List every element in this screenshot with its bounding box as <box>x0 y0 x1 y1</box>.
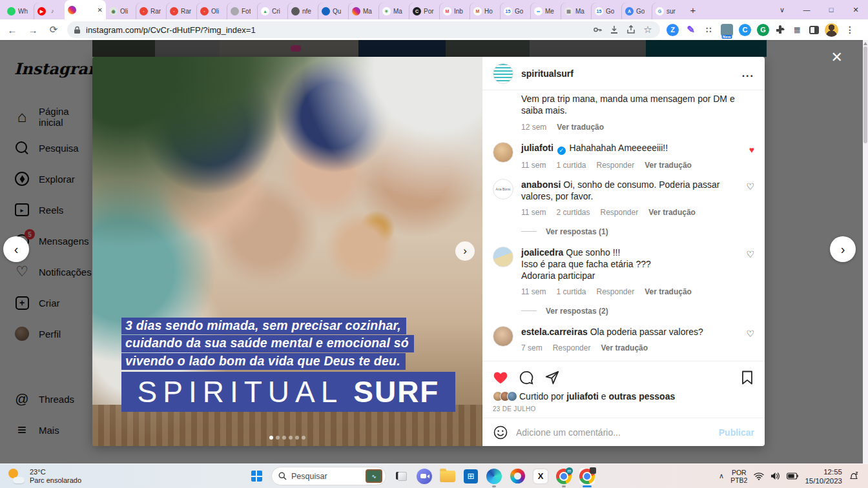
browser-tab[interactable]: Qu <box>318 3 349 19</box>
comment-like-heart-icon[interactable] <box>746 329 754 354</box>
author-username[interactable]: spiritualsurf <box>521 68 574 79</box>
like-heart-icon[interactable] <box>493 370 508 385</box>
browser-tab[interactable]: ◦ Oli <box>197 3 227 19</box>
emoji-icon[interactable] <box>493 425 508 440</box>
profile-avatar[interactable] <box>825 23 838 37</box>
comment-bubble-icon[interactable] <box>519 370 534 385</box>
previous-post-button[interactable]: ‹ <box>3 236 29 262</box>
scrollbar-up-arrow[interactable] <box>863 42 867 45</box>
publish-button[interactable]: Publicar <box>719 427 754 438</box>
browser-tab[interactable]: ◦ Rar <box>167 3 197 19</box>
chrome-profile2-button[interactable]: m <box>555 467 572 485</box>
browser-tab[interactable]: 15 Go <box>592 3 622 19</box>
comment-like-heart-icon[interactable] <box>746 181 754 239</box>
chrome-active-button[interactable] <box>579 467 595 485</box>
view-replies-link[interactable]: Ver respostas (2) <box>521 305 739 317</box>
commenter-username[interactable]: juliafoti <box>521 143 553 153</box>
new-extension-icon[interactable]: New <box>721 24 733 36</box>
comment-translate-link[interactable]: Ver tradução <box>648 207 696 218</box>
browser-tab[interactable]: ▶ ♪ <box>34 3 65 19</box>
browser-tab[interactable]: A Go <box>622 3 652 19</box>
volume-icon[interactable] <box>770 472 780 480</box>
comment-likes[interactable]: 1 curtida <box>556 159 586 171</box>
browser-tab[interactable]: nfe <box>288 3 318 19</box>
browser-tab[interactable]: G sur <box>652 3 683 19</box>
start-button[interactable] <box>248 467 265 485</box>
browser-tab[interactable]: Wh <box>4 3 34 19</box>
carousel-dot[interactable] <box>289 436 293 440</box>
share-plane-icon[interactable] <box>544 370 560 385</box>
comments-scroll-area[interactable]: Vem pra trip mana, manda uma mensagem po… <box>482 90 765 361</box>
address-bar[interactable]: instagram.com/p/CvCr-dHutFP/?img_index=1… <box>67 21 660 38</box>
file-explorer-button[interactable] <box>439 467 456 485</box>
commenter-username[interactable]: estela.carreiras <box>521 327 588 337</box>
back-button[interactable]: ← <box>4 21 21 38</box>
comment-translate-link[interactable]: Ver tradução <box>645 159 692 171</box>
browser-tab[interactable]: 15 Go <box>501 3 531 19</box>
commenter-avatar[interactable] <box>493 326 513 347</box>
comment-like-heart-icon[interactable] <box>746 249 754 318</box>
reload-button[interactable]: ⟳ <box>45 21 62 38</box>
browser-tab[interactable]: C Por <box>409 3 440 19</box>
clock[interactable]: 12:55 15/10/2023 <box>805 467 842 485</box>
window-maximize-button[interactable]: □ <box>819 0 843 19</box>
window-close-button[interactable]: ✕ <box>843 0 868 19</box>
language-indicator[interactable]: POR PTB2 <box>730 469 747 484</box>
capcut-button[interactable]: X <box>532 467 549 485</box>
grammarly-extension-icon[interactable]: G <box>757 24 769 36</box>
microsoft-store-button[interactable]: ⊞ <box>462 467 479 485</box>
office-button[interactable] <box>509 467 526 485</box>
pen-extension-icon[interactable]: ✎ <box>685 24 697 36</box>
task-view-button[interactable] <box>393 467 409 485</box>
browser-tab[interactable]: ✕ <box>65 0 106 19</box>
puzzle-extensions-icon[interactable] <box>775 25 785 35</box>
comment-translate-link[interactable]: Ver tradução <box>645 286 692 298</box>
tab-search-chevron-icon[interactable]: ∨ <box>770 0 794 19</box>
comment-reply-link[interactable]: Responder <box>597 286 635 298</box>
clickup-extension-icon[interactable]: C <box>739 24 751 36</box>
bookmark-star-icon[interactable]: ☆ <box>642 24 654 36</box>
notification-bell-icon[interactable] <box>849 471 859 481</box>
comment-reply-link[interactable]: Responder <box>601 207 639 218</box>
save-bookmark-icon[interactable] <box>740 370 754 385</box>
next-post-button[interactable]: › <box>830 236 856 262</box>
caption-translate-link[interactable]: Ver tradução <box>557 121 604 133</box>
tray-chevron-icon[interactable]: ∧ <box>719 472 724 480</box>
commenter-avatar[interactable] <box>493 142 513 163</box>
comment-reply-link[interactable]: Responder <box>597 159 635 171</box>
forward-button[interactable]: → <box>25 21 41 38</box>
url-text[interactable]: instagram.com/p/CvCr-dHutFP/?img_index=1 <box>86 25 256 35</box>
commenter-username[interactable]: joalicedra <box>521 247 563 258</box>
browser-tab[interactable]: ▲ Cri <box>258 3 288 19</box>
chat-button[interactable] <box>416 467 433 485</box>
edge-button[interactable] <box>486 467 502 485</box>
download-icon[interactable] <box>608 24 620 36</box>
tab-audio-icon[interactable]: ♪ <box>51 8 54 14</box>
taskbar-search[interactable]: Pesquisar ∿ <box>271 467 386 485</box>
carousel-dot[interactable] <box>302 436 305 440</box>
view-replies-link[interactable]: Ver respostas (1) <box>521 226 739 238</box>
browser-tab[interactable]: ◦ Rar <box>136 3 167 19</box>
browser-tab[interactable]: Fot <box>227 3 258 19</box>
battery-icon[interactable] <box>787 473 798 480</box>
comment-translate-link[interactable]: Ver tradução <box>601 342 648 354</box>
password-key-icon[interactable] <box>592 24 603 36</box>
browser-tab[interactable]: M Inb <box>440 3 470 19</box>
grid-extension-icon[interactable]: ∷ <box>703 24 715 36</box>
browser-tab[interactable]: ∞ Me <box>531 3 561 19</box>
browser-tab[interactable]: ◉ Oli <box>106 3 136 19</box>
carousel-dot[interactable] <box>269 436 273 440</box>
author-avatar[interactable] <box>493 63 513 84</box>
zoom-extension-icon[interactable]: Z <box>666 24 679 36</box>
comment-reply-link[interactable]: Responder <box>553 342 591 354</box>
post-options-icon[interactable]: ... <box>742 68 754 79</box>
carousel-dot[interactable] <box>295 436 299 440</box>
browser-menu-icon[interactable]: ⋮ <box>844 24 856 36</box>
carousel-dot[interactable] <box>276 436 280 440</box>
liked-by-row[interactable]: Curtido por juliafoti e outras pessoas <box>493 391 754 402</box>
comment-like-heart-icon[interactable] <box>749 145 754 171</box>
new-tab-button[interactable]: + <box>685 2 701 17</box>
browser-tab[interactable]: Ma <box>349 3 379 19</box>
playlist-icon[interactable]: ≣ <box>791 24 803 36</box>
commenter-avatar[interactable] <box>493 247 513 267</box>
